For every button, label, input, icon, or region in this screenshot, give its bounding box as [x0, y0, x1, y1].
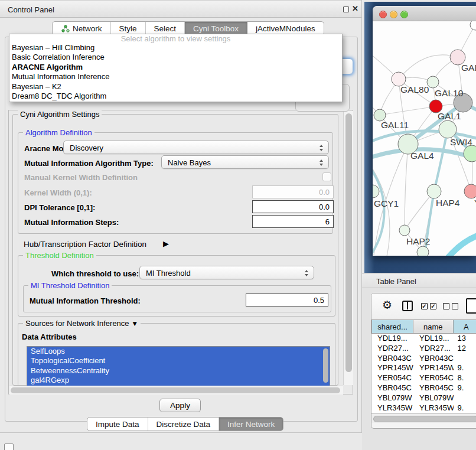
- table-cell: YLR345W: [371, 403, 413, 413]
- close-window-icon[interactable]: [379, 11, 387, 18]
- deselect-all-checkbox-icon[interactable]: [443, 303, 449, 309]
- dropdown-item[interactable]: Basic Correlation Inference: [9, 53, 342, 62]
- network-graph: GALGAL80GAL10GAL1GAL11SWI4GAL4GCY1HAP4YH…: [373, 21, 476, 256]
- tab-impute-data[interactable]: Impute Data: [87, 418, 148, 431]
- apply-button[interactable]: Apply: [159, 399, 201, 412]
- which-threshold-combobox[interactable]: MI Threshold: [139, 266, 314, 279]
- table-settings-gear-icon[interactable]: ⚙: [382, 299, 392, 312]
- dropdown-item[interactable]: Mutual Information Inference: [9, 72, 342, 81]
- table-cell: YBR045C: [413, 383, 454, 393]
- table-row[interactable]: YBL079WYBL079W: [371, 393, 476, 403]
- network-node-label: GAL80: [400, 84, 429, 94]
- tab-jactivemnodules[interactable]: jActiveMNodules: [247, 22, 324, 35]
- deselect-all-checkbox-icon[interactable]: [452, 303, 458, 309]
- network-window-titlebar: [373, 6, 476, 21]
- dropdown-item[interactable]: Bayesian – K2: [9, 82, 342, 92]
- tab-infer-network[interactable]: Infer Network: [219, 418, 283, 431]
- table-row[interactable]: YDR27...YDR27...12: [371, 344, 476, 354]
- dpi-tolerance-field[interactable]: [252, 200, 334, 213]
- data-attribute-item[interactable]: TopologicalCoefficient: [27, 356, 330, 366]
- table-cell: [454, 354, 476, 364]
- network-node-gal11[interactable]: [374, 109, 386, 121]
- tab-style[interactable]: Style: [111, 22, 146, 35]
- dropdown-item[interactable]: Bayesian – Hill Climbing: [9, 43, 342, 53]
- data-attribute-item[interactable]: BetweennessCentrality: [27, 366, 330, 376]
- manual-kernel-checkbox[interactable]: [322, 172, 331, 181]
- tab-label: Style: [119, 24, 137, 33]
- network-canvas[interactable]: GALGAL80GAL10GAL1GAL11SWI4GAL4GCY1HAP4YH…: [373, 21, 476, 256]
- table-row[interactable]: YDL19...YDL19...13: [371, 334, 476, 344]
- table-horizontal-scrollbar[interactable]: [371, 413, 476, 423]
- dropdown-placeholder: Select algorithm to view settings: [9, 34, 342, 43]
- minimize-window-icon[interactable]: [390, 11, 397, 18]
- network-node-label: GAL10: [435, 88, 464, 98]
- tab-label: Infer Network: [227, 420, 275, 429]
- data-attribute-item[interactable]: gal4RGexp: [27, 376, 330, 385]
- control-panel-title: Control Panel: [8, 5, 54, 14]
- tab-discretize-data[interactable]: Discretize Data: [148, 418, 220, 431]
- mi-type-combobox[interactable]: Naive Bayes: [161, 155, 329, 169]
- table-cell: 13: [454, 334, 476, 344]
- mi-steps-field[interactable]: [252, 215, 334, 228]
- tab-network[interactable]: Network: [53, 22, 111, 35]
- aracne-mode-value: Discovery: [70, 144, 103, 152]
- table-row[interactable]: YBR043CYBR043C: [371, 354, 476, 364]
- table-row[interactable]: YPR145WYPR145W9.: [371, 363, 476, 373]
- cyni-algorithm-settings-title: Cyni Algorithm Settings: [18, 110, 102, 119]
- hub-definition-label: Hub/Transcription Factor Definition: [24, 240, 146, 249]
- table-cell: YER054C: [413, 373, 454, 383]
- network-node-swi4[interactable]: [439, 120, 457, 138]
- network-node-y[interactable]: [464, 184, 476, 198]
- table-column-header[interactable]: A: [454, 319, 476, 334]
- table-row[interactable]: YLR345WYLR345W9.: [371, 403, 476, 413]
- zoom-window-icon[interactable]: [400, 11, 408, 18]
- select-all-checkbox-icon[interactable]: ✓: [430, 303, 436, 309]
- float-window-icon[interactable]: [343, 6, 349, 12]
- table-cell: YDR27...: [413, 344, 454, 354]
- table-row[interactable]: YER054CYER054C8.: [371, 373, 476, 383]
- scrollbar-thumb[interactable]: [11, 387, 340, 393]
- threshold-definition-group: Threshold Definition Which threshold to …: [18, 255, 335, 317]
- dropdown-item[interactable]: Dream8 DC_TDC Algorithm: [9, 92, 342, 101]
- split-columns-icon[interactable]: [402, 301, 413, 311]
- table-column-header[interactable]: name: [413, 319, 453, 334]
- data-attribute-item[interactable]: SelfLoops: [27, 347, 330, 356]
- table-cell: YDL19...: [413, 334, 454, 344]
- tab-cyni-toolbox[interactable]: Cyni Toolbox: [185, 22, 247, 35]
- network-node[interactable]: [417, 246, 429, 256]
- hub-expand-icon[interactable]: ▶: [163, 239, 169, 248]
- settings-vertical-scrollbar[interactable]: [343, 111, 353, 385]
- table-column-header[interactable]: shared...: [371, 319, 413, 334]
- network-node-hap2[interactable]: [399, 225, 410, 236]
- minimized-panel-icon[interactable]: [4, 444, 14, 450]
- network-node[interactable]: [470, 21, 476, 30]
- network-node-label: HAP2: [406, 236, 431, 246]
- new-table-icon[interactable]: [466, 298, 476, 314]
- network-node-label: GAL: [461, 63, 476, 73]
- sources-collapse-icon[interactable]: ▼: [131, 319, 138, 328]
- tab-select[interactable]: Select: [146, 22, 185, 35]
- table-cell: YLR345W: [413, 403, 454, 413]
- select-all-checkbox-icon[interactable]: ✓: [421, 303, 428, 309]
- settings-horizontal-scrollbar[interactable]: [9, 386, 343, 394]
- network-view-window: GALGAL80GAL10GAL1GAL11SWI4GAL4GCY1HAP4YH…: [373, 6, 476, 256]
- list-scrollbar-thumb[interactable]: [323, 348, 328, 383]
- tab-label: jActiveMNodules: [256, 24, 315, 33]
- table-cell: YBR045C: [371, 383, 413, 393]
- close-panel-icon[interactable]: ✕: [352, 4, 358, 13]
- mi-threshold-field[interactable]: [246, 294, 328, 306]
- table-panel-title: Table Panel: [376, 277, 416, 286]
- aracne-mode-combobox[interactable]: Discovery: [63, 141, 329, 154]
- table-cell: [454, 393, 476, 403]
- table-row[interactable]: YBR045CYBR045C9.: [371, 383, 476, 393]
- scrollbar-thumb[interactable]: [373, 416, 476, 422]
- dropdown-item[interactable]: ARACNE Algorithm: [9, 63, 342, 72]
- kernel-width-field[interactable]: [252, 185, 334, 198]
- table-cell: YBR043C: [413, 354, 454, 364]
- table-cell: YBL079W: [413, 393, 454, 403]
- mi-type-value: Naive Bayes: [168, 158, 211, 167]
- manual-kernel-label: Manual Kernel Width Definition: [24, 173, 138, 182]
- network-node-gcy1[interactable]: [373, 185, 379, 198]
- scrollbar-thumb[interactable]: [345, 113, 352, 372]
- network-node-hap4[interactable]: [427, 184, 441, 198]
